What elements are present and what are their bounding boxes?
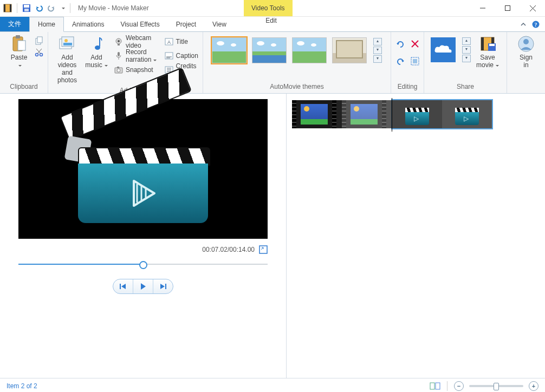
- svg-rect-2: [10, 4, 11, 12]
- close-button[interactable]: [520, 0, 545, 16]
- context-tab-video-tools: Video Tools: [244, 0, 293, 16]
- svg-line-19: [37, 49, 42, 54]
- copy-icon[interactable]: [35, 36, 43, 45]
- rotate-right-icon[interactable]: [395, 57, 405, 67]
- select-all-icon[interactable]: [411, 57, 419, 67]
- svg-point-17: [36, 54, 38, 56]
- clapperboard-graphic: [73, 115, 213, 223]
- paste-label: Paste: [11, 54, 28, 61]
- timeline-playhead[interactable]: [392, 98, 392, 132]
- svg-rect-59: [259, 246, 267, 253]
- app-icon: [3, 4, 12, 12]
- view-toggle-icon[interactable]: [430, 382, 440, 390]
- add-music-label: Add music: [85, 54, 107, 69]
- tab-project[interactable]: Project: [168, 17, 204, 31]
- rotate-left-icon[interactable]: [395, 40, 405, 49]
- caption-icon: [165, 51, 173, 60]
- svg-point-53: [523, 39, 529, 44]
- group-automovie-themes: ▴▾▾ AutoMovie themes: [203, 32, 391, 93]
- timeline-clip-1b[interactable]: [342, 100, 392, 128]
- play-button[interactable]: [133, 279, 153, 293]
- svg-rect-62: [430, 383, 434, 389]
- sign-in-label: Sign in: [520, 54, 533, 69]
- snapshot-button[interactable]: Snapshot: [114, 64, 157, 75]
- music-icon: [88, 35, 105, 53]
- save-movie-icon: [479, 35, 496, 53]
- frame-forward-button[interactable]: [153, 279, 173, 293]
- webcam-icon: [114, 37, 123, 46]
- sign-in-button[interactable]: Sign in: [511, 34, 541, 70]
- theme-thumb-1[interactable]: [212, 37, 246, 63]
- ribbon-collapse-icon[interactable]: [520, 21, 527, 28]
- theme-thumb-2[interactable]: [252, 37, 287, 63]
- title-icon: A: [165, 37, 173, 46]
- save-icon[interactable]: [22, 4, 31, 12]
- svg-rect-48: [481, 37, 484, 50]
- record-narration-button[interactable]: Record narration: [114, 50, 157, 61]
- maximize-button[interactable]: [495, 0, 520, 16]
- timeline[interactable]: ▷ ▷: [292, 100, 540, 134]
- tab-file[interactable]: 文件: [0, 17, 29, 31]
- group-editing: Editing: [391, 32, 424, 93]
- redo-icon[interactable]: [47, 4, 56, 12]
- zoom-in-button[interactable]: +: [529, 381, 538, 391]
- svg-rect-33: [117, 67, 119, 68]
- zoom-out-button[interactable]: −: [454, 381, 464, 391]
- svg-point-23: [64, 39, 68, 42]
- share-gallery-more[interactable]: ▴▾▾: [462, 37, 471, 62]
- preview-video[interactable]: [18, 99, 268, 239]
- qat-customize-dropdown[interactable]: [60, 4, 65, 12]
- timeline-pane[interactable]: ▷ ▷: [287, 94, 545, 378]
- tab-home[interactable]: Home: [29, 17, 64, 32]
- group-label-themes: AutoMovie themes: [207, 81, 386, 93]
- svg-rect-5: [24, 9, 29, 11]
- group-clipboard: Paste Clipboard: [0, 32, 48, 93]
- webcam-video-button[interactable]: Webcam video: [114, 36, 157, 47]
- svg-rect-28: [118, 44, 120, 45]
- group-share: ▴▾▾ Save movie Share: [424, 32, 507, 93]
- tab-view[interactable]: View: [204, 17, 235, 31]
- svg-rect-1: [4, 4, 5, 12]
- window-title: My Movie - Movie Maker: [78, 4, 149, 12]
- svg-rect-60: [120, 284, 121, 289]
- add-videos-photos-button[interactable]: Add videos and photos: [53, 34, 82, 85]
- caption-button[interactable]: Caption: [165, 50, 198, 61]
- title-button[interactable]: ATitle: [165, 36, 198, 47]
- group-label-share: Share: [429, 81, 502, 93]
- svg-point-18: [40, 54, 43, 56]
- share-onedrive-button[interactable]: [431, 37, 456, 62]
- frame-back-button[interactable]: [113, 279, 133, 293]
- svg-text:?: ?: [535, 22, 537, 28]
- tab-animations[interactable]: Animations: [64, 17, 112, 31]
- theme-thumb-3[interactable]: [292, 37, 327, 63]
- cut-icon[interactable]: [35, 48, 43, 57]
- preview-seek-slider[interactable]: [18, 259, 268, 269]
- svg-rect-4: [24, 5, 29, 8]
- theme-thumb-4[interactable]: [332, 37, 367, 63]
- svg-rect-13: [16, 35, 20, 38]
- tab-visual-effects[interactable]: Visual Effects: [112, 17, 167, 31]
- microphone-icon: [114, 51, 123, 60]
- status-bar: Item 2 of 2 − +: [0, 378, 545, 392]
- save-movie-button[interactable]: Save movie: [473, 34, 502, 70]
- zoom-slider[interactable]: [469, 385, 523, 387]
- minimize-button[interactable]: [470, 0, 495, 16]
- svg-rect-51: [489, 44, 495, 46]
- timeline-clip-1[interactable]: [292, 100, 342, 128]
- help-icon[interactable]: ?: [532, 21, 540, 28]
- add-music-button[interactable]: Add music: [82, 34, 111, 70]
- camera-icon: [114, 66, 123, 74]
- tab-edit[interactable]: Edit: [244, 17, 299, 24]
- add-videos-label: Add videos and photos: [56, 54, 79, 84]
- svg-point-25: [95, 45, 100, 50]
- undo-icon[interactable]: [35, 4, 43, 12]
- svg-rect-7: [505, 6, 510, 11]
- svg-point-27: [118, 40, 120, 42]
- fullscreen-icon[interactable]: [259, 245, 268, 254]
- theme-gallery-more[interactable]: ▴▾▾: [373, 37, 382, 63]
- timeline-clip-2[interactable]: ▷ ▷: [392, 100, 492, 128]
- ribbon-tabs: 文件 Home Animations Visual Effects Projec…: [0, 17, 545, 32]
- paste-button[interactable]: Paste: [4, 34, 34, 68]
- delete-icon[interactable]: [411, 40, 419, 49]
- ribbon: Paste Clipboard Add videos and photos Ad…: [0, 32, 545, 94]
